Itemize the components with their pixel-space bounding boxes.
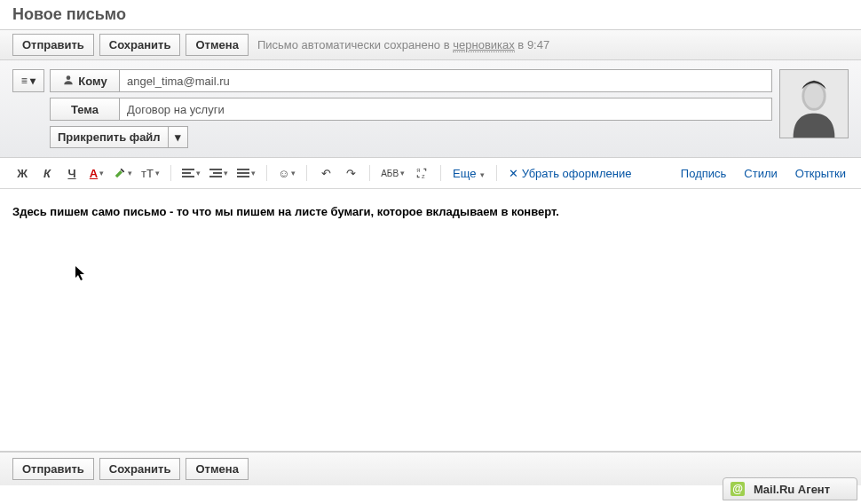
autosave-time: в 9:47 (515, 38, 549, 51)
remove-format-label: Убрать оформление (522, 167, 632, 180)
signature-button[interactable]: Подпись (678, 167, 729, 180)
underline-button[interactable]: Ч (62, 163, 82, 183)
agent-label: Mail.Ru Агент (754, 483, 830, 496)
attach-file-label: Прикрепить файл (51, 127, 169, 147)
list-button[interactable] (235, 163, 257, 183)
message-content: Здесь пишем само письмо - то что мы пише… (12, 205, 849, 218)
undo-icon: ↶ (321, 167, 331, 180)
to-input[interactable] (119, 69, 772, 92)
recipients-expand-button[interactable]: ≡ ▾ (12, 69, 44, 92)
highlight-button[interactable] (112, 163, 134, 183)
editor-body[interactable]: Здесь пишем само письмо - то что мы пише… (0, 189, 861, 452)
compose-header: ≡ ▾ Кому Тема Прикрепить файл ▾ (0, 60, 861, 158)
save-button[interactable]: Сохранить (99, 34, 181, 56)
list-icon (237, 167, 249, 179)
at-icon: @ (731, 482, 745, 496)
send-button[interactable]: Отправить (12, 34, 94, 56)
recipient-avatar (779, 69, 849, 138)
bold-button[interactable]: Ж (12, 163, 32, 183)
font-size-button[interactable]: тТ (139, 163, 162, 183)
editor-toolbar: Ж К Ч А тТ ☺ ↶ ↷ АБВ Я Z Еще ✕ Убрать оф… (0, 158, 861, 189)
page-title: Новое письмо (0, 0, 861, 29)
translit-button[interactable]: Я Z (412, 163, 431, 183)
redo-button[interactable]: ↷ (341, 163, 360, 183)
subject-input[interactable] (119, 98, 772, 121)
remove-format-button[interactable]: ✕ Убрать оформление (506, 167, 634, 180)
svg-text:Я: Я (416, 168, 420, 173)
indent-icon (209, 167, 222, 179)
autosave-prefix: Письмо автоматически сохранено в (257, 38, 453, 51)
align-icon (182, 167, 194, 179)
undo-button[interactable]: ↶ (316, 163, 336, 183)
send-button-bottom[interactable]: Отправить (12, 458, 94, 480)
person-icon (62, 74, 75, 89)
subject-label: Тема (50, 98, 119, 121)
align-button[interactable] (180, 163, 202, 183)
text-color-button[interactable]: А (87, 163, 107, 183)
top-toolbar: Отправить Сохранить Отмена Письмо автома… (0, 29, 861, 60)
autosave-status: Письмо автоматически сохранено в чернови… (257, 38, 549, 51)
redo-icon: ↷ (346, 167, 356, 180)
cursor-icon (75, 265, 87, 286)
to-label-text: Кому (78, 75, 107, 88)
attach-file-button[interactable]: Прикрепить файл ▾ (50, 126, 188, 148)
svg-text:Z: Z (422, 174, 425, 179)
smile-icon: ☺ (278, 167, 289, 180)
to-label[interactable]: Кому (50, 69, 119, 92)
save-button-bottom[interactable]: Сохранить (99, 458, 181, 480)
svg-point-3 (804, 84, 823, 108)
postcards-button[interactable]: Открытки (793, 167, 849, 180)
styles-button[interactable]: Стили (741, 167, 779, 180)
cancel-button-bottom[interactable]: Отмена (186, 458, 248, 480)
cancel-button[interactable]: Отмена (186, 34, 248, 56)
mailru-agent-badge[interactable]: @ Mail.Ru Агент (723, 477, 857, 500)
spellcheck-button[interactable]: АБВ (379, 163, 407, 183)
svg-point-0 (67, 75, 71, 80)
highlight-icon (114, 167, 126, 179)
emoji-button[interactable]: ☺ (276, 163, 297, 183)
text-color-icon: А (90, 167, 98, 180)
translit-icon: Я Z (415, 167, 428, 179)
attach-file-dropdown[interactable]: ▾ (169, 127, 187, 147)
autosave-drafts-link[interactable]: черновиках (453, 38, 515, 52)
italic-button[interactable]: К (37, 163, 57, 183)
more-button[interactable]: Еще (450, 167, 487, 180)
indent-button[interactable] (208, 163, 230, 183)
